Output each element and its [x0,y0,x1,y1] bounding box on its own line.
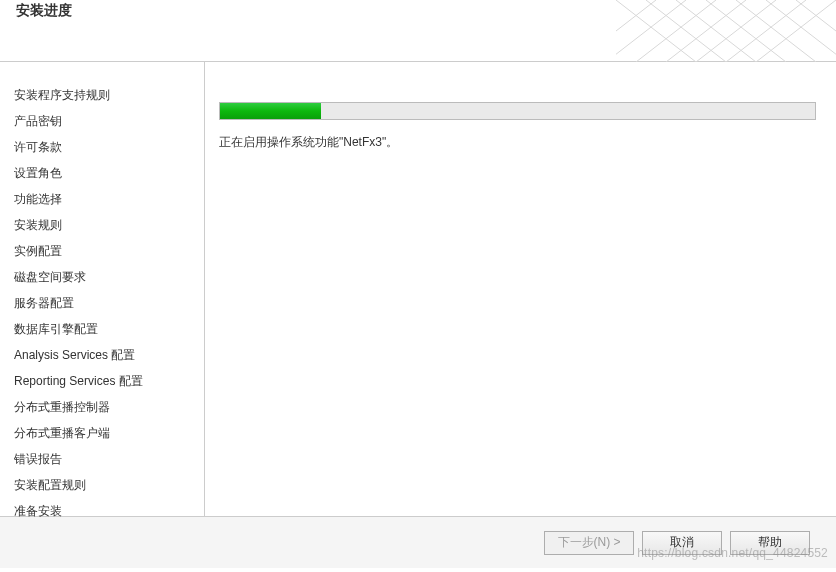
svg-line-6 [796,0,836,62]
progress-container [219,102,816,120]
svg-line-1 [646,0,726,62]
svg-line-4 [736,0,816,62]
svg-line-10 [666,0,746,62]
svg-line-13 [616,0,656,62]
svg-line-2 [676,0,756,62]
svg-line-7 [756,0,836,62]
sidebar-item: Analysis Services 配置 [14,342,204,368]
sidebar-item: Reporting Services 配置 [14,368,204,394]
sidebar-item: 功能选择 [14,186,204,212]
sidebar-item: 安装配置规则 [14,472,204,498]
sidebar-item: 准备安装 [14,498,204,524]
help-button[interactable]: 帮助 [730,531,810,555]
cancel-button[interactable]: 取消 [642,531,722,555]
progress-bar [219,102,816,120]
sidebar-item: 服务器配置 [14,290,204,316]
sidebar: 安装程序支持规则 产品密钥 许可条款 设置角色 功能选择 安装规则 实例配置 磁… [0,62,205,516]
sidebar-item: 安装规则 [14,212,204,238]
sidebar-item: 分布式重播客户端 [14,420,204,446]
page-title: 安装进度 [16,2,72,20]
header-decor-pattern [616,0,836,62]
sidebar-item: 产品密钥 [14,108,204,134]
next-button[interactable]: 下一步(N) > [544,531,634,555]
svg-line-9 [696,0,776,62]
sidebar-item: 设置角色 [14,160,204,186]
sidebar-item: 错误报告 [14,446,204,472]
sidebar-item: 安装程序支持规则 [14,82,204,108]
progress-fill [220,103,321,119]
svg-line-3 [706,0,786,62]
sidebar-item: 许可条款 [14,134,204,160]
header: 安装进度 [0,0,836,62]
sidebar-item: 磁盘空间要求 [14,264,204,290]
sidebar-item: 分布式重播控制器 [14,394,204,420]
svg-line-11 [636,0,716,62]
sidebar-item: 实例配置 [14,238,204,264]
content-panel: 正在启用操作系统功能"NetFx3"。 [205,62,836,516]
main-area: 安装程序支持规则 产品密钥 许可条款 设置角色 功能选择 安装规则 实例配置 磁… [0,62,836,516]
sidebar-item: 数据库引擎配置 [14,316,204,342]
svg-line-0 [616,0,696,62]
svg-line-8 [726,0,806,62]
status-text: 正在启用操作系统功能"NetFx3"。 [219,134,816,151]
